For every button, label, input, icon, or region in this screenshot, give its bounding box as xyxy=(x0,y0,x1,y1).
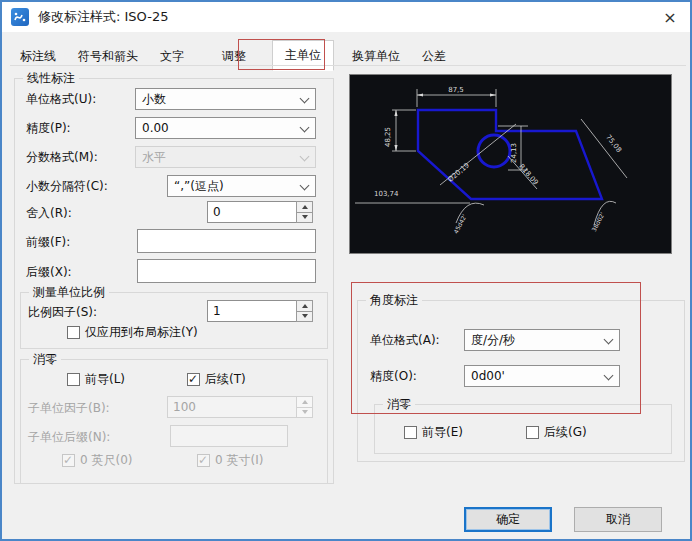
triangle-down-icon xyxy=(302,314,308,318)
zero-inches-label: 0 英寸(I) xyxy=(215,453,263,467)
spin-down-button[interactable] xyxy=(296,312,313,323)
sub-units-factor-spinner: 100 xyxy=(167,396,313,418)
apply-to-layout-checkbox[interactable] xyxy=(67,326,80,339)
decimal-separator-value: “,”(逗点) xyxy=(174,178,224,195)
dim-label-left: 48,25 xyxy=(384,127,392,147)
angular-precision-value: 0d00' xyxy=(471,369,505,383)
spin-up-button[interactable] xyxy=(296,300,313,312)
precision-value: 0.00 xyxy=(142,121,169,135)
trailing-zero-label: 后续(T) xyxy=(205,372,246,386)
scale-factor-value: 1 xyxy=(213,304,221,318)
angular-trailing-checkbox[interactable] xyxy=(526,426,539,439)
round-off-input[interactable]: 0 xyxy=(207,201,296,223)
window-title: 修改标注样式: ISO-25 xyxy=(38,8,168,26)
angular-trailing-label: 后续(G) xyxy=(544,425,587,439)
dim-label-right-diagonal: 75,08 xyxy=(604,133,623,154)
angular-unit-format-dropdown[interactable]: 度/分/秒 xyxy=(464,329,620,351)
angular-leading-label: 前导(E) xyxy=(422,425,463,439)
fraction-format-label: 分数格式(M): xyxy=(26,150,98,164)
spin-up-button xyxy=(296,396,313,408)
cancel-button[interactable]: 取消 xyxy=(574,507,662,532)
decimal-separator-dropdown[interactable]: “,”(逗点) xyxy=(167,175,316,197)
sub-units-suffix-input xyxy=(170,425,288,447)
angular-unit-format-label: 单位格式(A): xyxy=(370,333,440,347)
dim-label-diameter: Ø20,19 xyxy=(446,161,471,184)
zero-feet-label: 0 英尺(0) xyxy=(80,453,132,467)
trailing-zero-checkbox[interactable] xyxy=(187,373,200,386)
leading-zero-label: 前导(L) xyxy=(85,372,125,386)
unit-format-label: 单位格式(U): xyxy=(26,92,96,106)
round-off-spinner: 0 xyxy=(207,201,313,223)
chevron-down-icon xyxy=(604,335,614,345)
precision-dropdown[interactable]: 0.00 xyxy=(135,117,316,139)
suffix-input[interactable] xyxy=(137,259,316,283)
precision-label: 精度(P): xyxy=(26,121,71,135)
sub-units-suffix-label: 子单位后缀(N): xyxy=(28,430,110,444)
chevron-down-icon xyxy=(604,371,614,381)
fraction-format-dropdown: 水平 xyxy=(135,146,316,168)
angular-dimensions-group-label: 角度标注 xyxy=(366,293,422,307)
dim-label-radius: R18,09 xyxy=(517,163,539,187)
preview-dimension-labels: 87,5 48,25 24,13 75,08 103,74 Ø20,19 R18… xyxy=(374,86,623,235)
zero-inches-checkbox xyxy=(197,454,210,467)
angular-precision-dropdown[interactable]: 0d00' xyxy=(464,365,620,387)
scale-factor-spinner: 1 xyxy=(207,300,313,322)
dim-label-angle-left: 45d42' xyxy=(452,213,468,235)
scale-factor-input[interactable]: 1 xyxy=(207,300,296,322)
prefix-input[interactable] xyxy=(137,229,316,253)
angular-zero-suppression-label: 消零 xyxy=(383,397,415,411)
prefix-label: 前缀(F): xyxy=(26,235,70,249)
spin-up-button[interactable] xyxy=(296,201,313,213)
spin-down-button xyxy=(296,408,313,419)
angular-leading-checkbox[interactable] xyxy=(404,426,417,439)
dim-label-bottom-left: 103,74 xyxy=(374,190,399,198)
dimension-preview: 87,5 48,25 24,13 75,08 103,74 Ø20,19 R18… xyxy=(349,74,672,254)
triangle-up-icon xyxy=(302,400,308,404)
angular-unit-format-value: 度/分/秒 xyxy=(471,332,515,349)
dim-label-middle-vertical: 24,13 xyxy=(510,143,518,163)
triangle-up-icon xyxy=(302,205,308,209)
apply-to-layout-label: 仅应用到布局标注(Y) xyxy=(85,325,198,339)
sub-units-factor-label: 子单位因子(B): xyxy=(28,401,110,415)
triangle-up-icon xyxy=(302,304,308,308)
linear-zero-suppression-label: 消零 xyxy=(29,352,61,366)
triangle-down-icon xyxy=(302,410,308,414)
spin-down-button[interactable] xyxy=(296,213,313,224)
angular-zero-suppression-group: 消零 xyxy=(374,404,672,454)
decimal-separator-label: 小数分隔符(C): xyxy=(26,179,108,193)
chevron-down-icon xyxy=(300,123,310,133)
dim-label-angle-right: 38d02' xyxy=(590,211,606,233)
suffix-label: 后缀(X): xyxy=(26,265,72,279)
triangle-down-icon xyxy=(302,215,308,219)
title-bar: 修改标注样式: ISO-25 × xyxy=(2,2,690,32)
chevron-down-icon xyxy=(300,94,310,104)
modify-dimension-style-dialog: 修改标注样式: ISO-25 × 标注线 符号和箭头 文字 调整 主单位 换算单… xyxy=(0,0,692,541)
linear-dimensions-group-label: 线性标注 xyxy=(23,71,79,85)
sub-units-factor-input: 100 xyxy=(167,396,296,418)
round-off-value: 0 xyxy=(213,205,221,219)
fraction-format-value: 水平 xyxy=(142,149,166,166)
scale-factor-label: 比例因子(S): xyxy=(28,305,97,319)
zero-feet-checkbox xyxy=(62,454,75,467)
dimension-style-glyph xyxy=(13,10,27,24)
dim-label-top: 87,5 xyxy=(448,86,464,94)
unit-format-value: 小数 xyxy=(142,91,166,108)
chevron-down-icon xyxy=(300,152,310,162)
round-off-label: 舍入(R): xyxy=(26,206,72,220)
leading-zero-checkbox[interactable] xyxy=(67,373,80,386)
dimension-style-app-icon xyxy=(11,8,29,26)
angular-precision-label: 精度(O): xyxy=(370,369,417,383)
dimension-preview-drawing: 87,5 48,25 24,13 75,08 103,74 Ø20,19 R18… xyxy=(350,75,671,253)
measurement-scale-group-label: 测量单位比例 xyxy=(29,285,109,299)
chevron-down-icon xyxy=(300,181,310,191)
sub-units-factor-value: 100 xyxy=(173,400,196,414)
unit-format-dropdown[interactable]: 小数 xyxy=(135,88,316,110)
close-icon[interactable]: × xyxy=(654,2,686,32)
ok-button[interactable]: 确定 xyxy=(464,507,552,532)
